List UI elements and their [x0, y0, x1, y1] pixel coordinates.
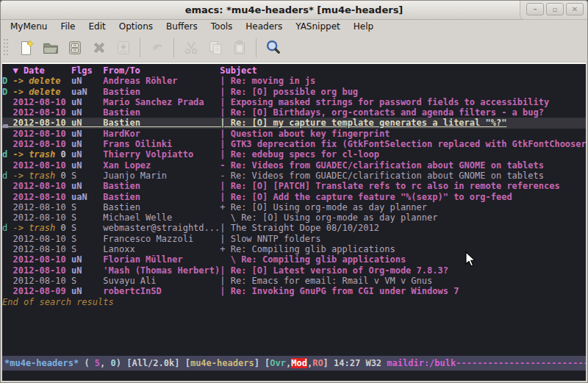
frame-body: ▼ Date Flgs From/To Subject D -> delete …	[1, 62, 587, 382]
header-row[interactable]: 2012-08-10 uN Florian Müllner \ Re: Comp…	[2, 254, 586, 265]
header-rows: D -> delete uN Andreas Röhler | Re: movi…	[2, 76, 586, 296]
menu-item-help[interactable]: Help	[347, 20, 380, 34]
titlebar: emacs: *mu4e-headers* [mu4e-headers] –▫✕	[1, 1, 587, 20]
mode-line-segment: *mu4e-headers*	[4, 358, 79, 368]
header-row[interactable]: 2012-08-10 uN Bastien | Re: [O] [PATCH] …	[2, 181, 586, 191]
mode-line-segment: ) [All/2.0k] [	[116, 358, 190, 368]
save-as-icon	[114, 38, 133, 57]
mu4e-headers-buffer: ▼ Date Flgs From/To Subject D -> delete …	[2, 62, 586, 381]
copy-icon	[206, 38, 225, 57]
menu-item-file[interactable]: File	[54, 20, 82, 34]
header-row[interactable]: 2012-08-10 S Suvayu Ali | Re: Emacs for …	[2, 276, 586, 286]
header-row[interactable]: d -> trash 0 S webmaster@straightd...| T…	[2, 223, 586, 233]
headers-column-header: ▼ Date Flgs From/To Subject	[2, 65, 586, 76]
paste-icon	[230, 38, 249, 57]
mode-line-segment: ] 14:27 W32	[323, 358, 387, 368]
header-row[interactable]: 2012-08-10 uN Frans Oilinki | GTK3 depre…	[2, 139, 586, 149]
minimize-button[interactable]: –	[526, 3, 544, 15]
menu-item-tools[interactable]: Tools	[204, 20, 240, 34]
mode-line-segment: Ovr	[270, 358, 286, 368]
header-row[interactable]: 2012-08-09 uN robertcInSD | Re: Invoking…	[2, 286, 586, 296]
copy-button	[203, 36, 227, 60]
mode-line-segment: ,	[307, 358, 312, 368]
end-of-search-results: End of search results	[2, 297, 586, 307]
header-row[interactable]: d -> trash 0 S Juanjo Marin - Re: Videos…	[2, 171, 586, 181]
header-row[interactable]: 2012-08-10 S Bastien + Re: [O] Using org…	[2, 202, 586, 212]
header-row[interactable]: D -> delete uN Andreas Röhler | Re: movi…	[2, 76, 586, 86]
header-row[interactable]: 2012-08-10 uaN Bastien | Re: [O] Add the…	[2, 192, 586, 202]
emacs-window: emacs: *mu4e-headers* [mu4e-headers] –▫✕…	[0, 0, 588, 383]
text-cursor	[3, 124, 8, 128]
header-row[interactable]: 2012-08-10 uN Bastien | Re: [O] my captu…	[2, 118, 586, 128]
toolbar-separator	[140, 38, 140, 57]
mode-line: *mu4e-headers* ( 5, 0) [All/2.0k] [mu4e-…	[2, 356, 586, 371]
toolbar-separator	[173, 38, 174, 57]
paste-button	[227, 36, 251, 60]
close-buffer-button[interactable]	[87, 36, 111, 60]
header-row[interactable]: 2012-08-10 uN Bastien | Re: [O] Birthday…	[2, 107, 586, 118]
toolbar	[1, 34, 587, 62]
mode-line-segment: 0	[111, 358, 116, 368]
mode-line-segment: RO	[312, 358, 323, 368]
mode-line-segment: mu4e-headers	[190, 358, 254, 368]
mode-line-segment: ] [	[254, 358, 270, 368]
header-row[interactable]: 2012-08-10 uN Xan Lopez - Re: Videos fro…	[2, 160, 586, 171]
menu-bar: MyMenuFileEditOptionsBuffersToolsHeaders…	[1, 20, 587, 34]
toolbar-grip-handle[interactable]	[3, 38, 10, 57]
header-row[interactable]: 2012-08-10 S Lanoxx + Re: Compiling glib…	[2, 244, 586, 254]
header-row[interactable]: d -> trash 0 uN Thierry Volpiatto | Re: …	[2, 149, 586, 160]
undo-icon	[148, 38, 167, 57]
header-row[interactable]: 2012-08-10 uN HardKor | Question about k…	[2, 129, 586, 139]
menu-item-mymenu[interactable]: MyMenu	[4, 20, 54, 34]
mode-line-segment: ,	[100, 358, 110, 368]
menu-item-edit[interactable]: Edit	[82, 20, 112, 34]
cut-button	[179, 36, 203, 60]
window-title: emacs: *mu4e-headers* [mu4e-headers]	[1, 1, 587, 20]
header-row[interactable]: 2012-08-10 uN Mario Sanchez Prada | Expo…	[2, 97, 586, 107]
mode-line-segment: --------------------------------------	[456, 358, 586, 368]
mode-line-segment: maildir:/bulk	[387, 358, 456, 368]
echo-area	[2, 371, 586, 381]
close-button[interactable]: ✕	[566, 3, 584, 15]
toolbar-separator	[256, 38, 257, 57]
mode-line-segment: ,	[286, 358, 291, 368]
maximize-button[interactable]: ▫	[546, 3, 564, 15]
open-folder-icon	[41, 38, 60, 57]
save-as-button	[111, 36, 135, 60]
save-icon	[65, 38, 85, 57]
search-button[interactable]	[261, 36, 285, 60]
header-row[interactable]: 2012-08-10 uN 'Mash (Thomas Herbert)| Re…	[2, 265, 586, 276]
header-row[interactable]: 2012-08-10 S Francesco Mazzoli | Slow NN…	[2, 234, 586, 244]
menu-item-buffers[interactable]: Buffers	[159, 20, 204, 34]
mode-line-segment: (	[79, 358, 95, 368]
save-button[interactable]	[62, 36, 87, 60]
menu-item-options[interactable]: Options	[112, 20, 159, 34]
menu-item-headers[interactable]: Headers	[239, 20, 289, 34]
search-icon	[264, 38, 283, 57]
mode-line-segment: 5	[95, 358, 100, 368]
new-file-icon	[17, 38, 36, 57]
open-folder-button[interactable]	[38, 36, 62, 60]
window-controls: –▫✕	[520, 1, 587, 20]
close-buffer-icon	[90, 38, 109, 57]
header-row[interactable]: D -> delete uaN Bastien | Re: [O] possib…	[2, 87, 586, 97]
new-file-button[interactable]	[14, 36, 38, 60]
mode-line-segment: Mod	[291, 358, 307, 368]
menu-item-yasnippet[interactable]: YASnippet	[289, 20, 347, 34]
header-row[interactable]: 2012-08-10 S Michael Welle \ Re: [O] Usi…	[2, 212, 586, 223]
undo-button	[145, 36, 169, 60]
cut-icon	[182, 38, 201, 57]
